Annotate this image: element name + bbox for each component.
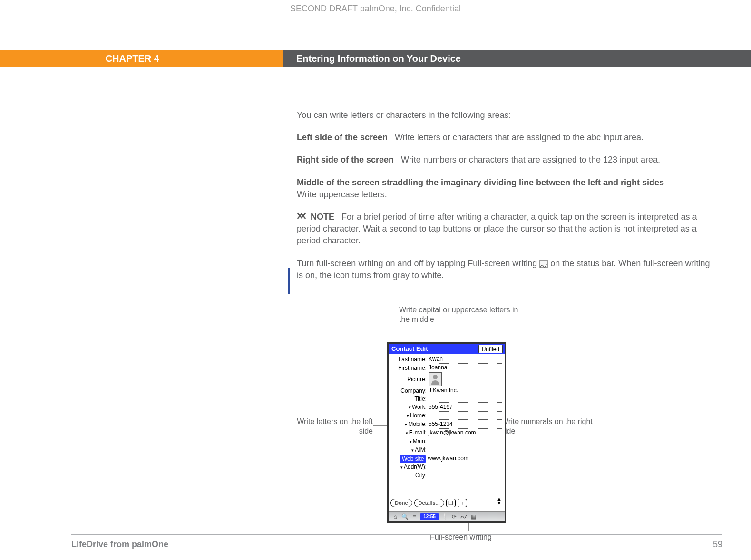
menu-icon[interactable]: ≡ (410, 513, 418, 521)
screen-rotate-icon[interactable]: ⟳ (450, 513, 458, 521)
left-side-label: Left side of the screen (297, 133, 388, 142)
field-label[interactable]: Addr(W): (391, 463, 429, 472)
work-field[interactable]: 555-4167 (429, 403, 502, 412)
find-icon[interactable]: 🔍 (401, 513, 409, 521)
chapter-label: CHAPTER 4 (0, 50, 283, 67)
chapter-title: Entering Information on Your Device (283, 50, 751, 67)
done-button[interactable]: Done (390, 499, 412, 507)
email-field[interactable]: jkwan@jkwan.com (429, 429, 502, 437)
main-field[interactable] (429, 438, 502, 445)
left-side-text: Write letters or characters that are ass… (395, 133, 644, 142)
middle-para: Middle of the screen straddling the imag… (297, 177, 715, 201)
callout-top: Write capital or uppercase letters in th… (399, 305, 523, 324)
field-label[interactable]: Home: (391, 412, 429, 420)
city-field[interactable] (429, 472, 502, 479)
fs-pre: Turn full-screen writing on and off by t… (297, 259, 539, 268)
field-label[interactable]: AIM: (391, 446, 429, 454)
scroll-arrows[interactable]: ▲▼ (497, 497, 502, 505)
device-button-row: Done Details... ❏ ＋ (390, 499, 467, 507)
footer-product: LifeDrive from palmOne (71, 540, 168, 550)
callout-left: Write letters on the left side (297, 417, 373, 436)
home-icon[interactable]: ⌂ (391, 513, 399, 521)
leader-line (373, 425, 387, 426)
field-label: Title: (391, 395, 429, 403)
field-label[interactable]: Work: (391, 403, 429, 412)
device-body: Last name:Kwan First name:Joanna Picture… (389, 354, 505, 501)
field-label: Picture: (391, 376, 429, 384)
add-button[interactable]: ＋ (458, 499, 467, 507)
svg-point-0 (433, 375, 438, 379)
note-label: NOTE (311, 212, 334, 222)
details-button[interactable]: Details... (414, 499, 444, 507)
field-label: City: (391, 472, 429, 480)
note-button[interactable]: ❏ (446, 499, 456, 507)
note-para: NOTE For a brief period of time after wr… (297, 211, 715, 247)
footer-rule (71, 534, 722, 535)
callout-right: Write numerals on the right side (501, 417, 606, 436)
field-label[interactable]: Web site (400, 455, 426, 463)
middle-label: Middle of the screen straddling the imag… (297, 178, 664, 187)
confidential-header: SECOND DRAFT palmOne, Inc. Confidential (0, 4, 751, 14)
note-icon (297, 211, 306, 223)
aim-field[interactable] (429, 447, 502, 454)
company-field[interactable]: J Kwan Inc. (429, 386, 502, 395)
leader-line (468, 522, 469, 531)
field-label: First name: (391, 364, 429, 372)
right-side-para: Right side of the screen Write numbers o… (297, 154, 715, 166)
clock[interactable]: 12:55 (420, 513, 439, 520)
input-area-icon[interactable]: ▦ (469, 513, 477, 521)
body-content: You can write letters or characters in t… (297, 109, 715, 292)
addr-field[interactable] (429, 464, 502, 471)
device-screenshot: Contact Edit Unfiled Last name:Kwan Firs… (387, 342, 506, 523)
last-name-field[interactable]: Kwan (429, 355, 502, 364)
right-side-text: Write numbers or characters that are ass… (401, 155, 660, 164)
field-label[interactable]: E-mail: (391, 429, 429, 437)
note-text: For a brief period of time after writing… (297, 212, 697, 245)
field-label: Last name: (391, 356, 429, 364)
middle-text: Write uppercase letters. (297, 190, 387, 199)
field-label[interactable]: Mobile: (391, 420, 429, 429)
footer-page: 59 (713, 540, 722, 550)
device-title-text: Contact Edit (391, 345, 428, 352)
field-label[interactable]: Main: (391, 437, 429, 446)
device-figure: Write capital or uppercase letters in th… (297, 305, 715, 552)
device-titlebar: Contact Edit Unfiled (389, 344, 505, 354)
fullscreen-para: Turn full-screen writing on and off by t… (297, 258, 715, 281)
picture-placeholder[interactable] (429, 372, 442, 386)
mobile-field[interactable]: 555-1234 (429, 420, 502, 429)
website-field[interactable]: www.jkwan.com (428, 454, 502, 463)
right-side-label: Right side of the screen (297, 155, 394, 164)
fullscreen-writing-icon[interactable] (460, 513, 468, 521)
title-field[interactable] (429, 396, 502, 403)
field-label: Company: (391, 387, 429, 395)
change-bar (288, 268, 290, 294)
home-field[interactable] (429, 413, 502, 420)
intro-text: You can write letters or characters in t… (297, 109, 715, 121)
first-name-field[interactable]: Joanna (429, 364, 502, 372)
category-picker[interactable]: Unfiled (478, 345, 503, 353)
callout-bottom: Full-screen writing (430, 532, 535, 542)
chapter-banner: CHAPTER 4 Entering Information on Your D… (0, 50, 751, 67)
fullscreen-writing-icon (539, 260, 548, 268)
left-side-para: Left side of the screen Write letters or… (297, 132, 715, 144)
alert-icon[interactable]: ❕ (441, 513, 449, 521)
device-statusbar: ⌂ 🔍 ≡ 12:55 ❕ ⟳ ▦ (389, 511, 505, 521)
